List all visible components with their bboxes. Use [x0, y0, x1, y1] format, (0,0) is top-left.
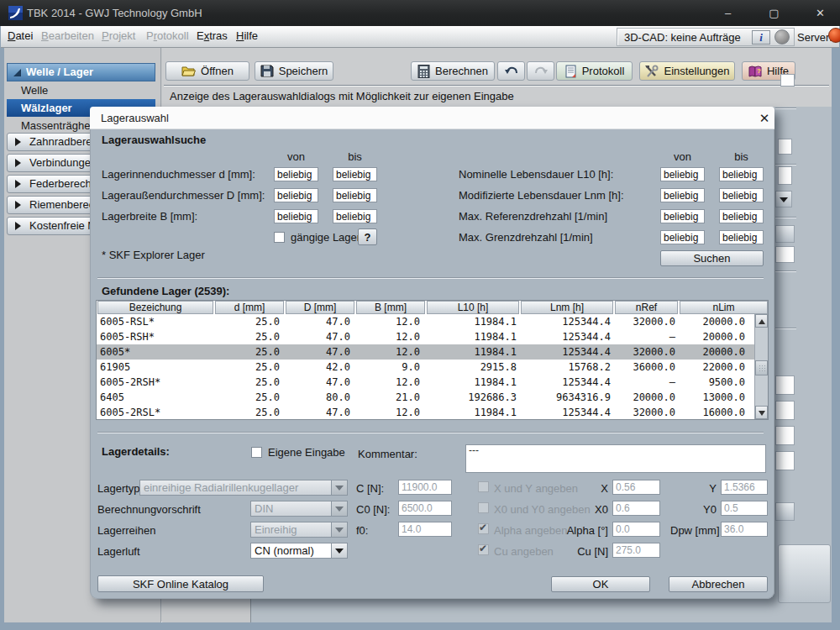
table-scrollbar[interactable]	[754, 314, 768, 419]
menu-hilfe[interactable]: Hilfe	[236, 29, 258, 42]
open-folder-icon	[181, 65, 196, 77]
bis-input[interactable]	[719, 209, 764, 223]
undo-icon	[504, 66, 519, 77]
menu-bearbeiten: Bearbeiten	[41, 29, 94, 42]
search-row-label: Modifizierte Lebensdauer Lnm [h]:	[459, 189, 624, 202]
scrollbar-thumb[interactable]	[755, 360, 768, 375]
bis-input[interactable]	[333, 188, 377, 202]
reihen-label: Lagerreihen	[97, 524, 155, 537]
table-row[interactable]: 61905 25.0 42.0 9.0 2915.8 15768.2 36000…	[97, 360, 754, 375]
search-row-label: Lageraußendurchmesser D [mm]:	[102, 189, 265, 202]
lagerauswahl-dialog: Lagerauswahl ✕ Lagerauswahlsuche von bis…	[90, 107, 774, 599]
dialog-close-icon[interactable]: ✕	[756, 109, 773, 128]
von-input[interactable]	[660, 188, 705, 202]
c-label: C [N]:	[356, 482, 384, 495]
scroll-up-button[interactable]	[755, 314, 768, 328]
search-row-label: Max. Referenzdrehzahl [1/min]	[459, 210, 607, 223]
luft-dropdown[interactable]: CN (normal)	[250, 543, 348, 559]
vorschrift-dropdown: DIN	[250, 501, 348, 517]
collapsed-triangle-icon	[15, 201, 21, 209]
dropdown-arrow-icon	[331, 480, 347, 495]
redo-button[interactable]	[527, 61, 554, 81]
von-input[interactable]	[660, 230, 705, 244]
sidebar-item-welle[interactable]: Welle	[7, 81, 155, 99]
von-input[interactable]	[274, 209, 318, 223]
minimize-button[interactable]: –	[709, 0, 747, 26]
dialog-body: Lagerauswahlsuche von bis von bis Lageri…	[90, 129, 774, 599]
bg-divider-fragment	[775, 164, 796, 165]
alpha-checkbox-label: Alpha angeben	[494, 524, 567, 537]
c0-input	[398, 501, 452, 516]
column-header[interactable]: B [mm]	[356, 301, 425, 314]
cad-status-indicator	[774, 29, 790, 45]
cu-checkbox: ✔	[478, 544, 489, 555]
comment-textarea[interactable]: ---	[465, 444, 766, 473]
close-button[interactable]: ✕	[801, 0, 839, 26]
bis-input[interactable]	[719, 188, 764, 202]
sidebar-header-welle-lager[interactable]: Welle / Lager	[7, 63, 155, 81]
table-row[interactable]: 6005-2RSH* 25.0 47.0 12.0 11984.1 125344…	[97, 375, 754, 390]
help-question-button[interactable]: ?	[358, 228, 377, 245]
column-header[interactable]: d [mm]	[215, 301, 284, 314]
table-row[interactable]: 6005* 25.0 47.0 12.0 11984.1 125344.4 32…	[97, 344, 754, 360]
bis-input[interactable]	[719, 167, 764, 181]
protocol-document-icon	[564, 65, 577, 78]
menu-datei[interactable]: Datei	[8, 29, 33, 42]
table-row[interactable]: 6005-RSL* 25.0 47.0 12.0 11984.1 125344.…	[97, 314, 754, 329]
protocol-button[interactable]: Protokoll	[556, 61, 633, 81]
von-input[interactable]	[274, 167, 318, 181]
save-button[interactable]: Speichern	[255, 61, 333, 81]
xy-checkbox	[478, 481, 489, 492]
own-input-label: Eigene Eingabe	[268, 446, 345, 459]
von-input[interactable]	[660, 209, 705, 223]
bg-button-fragment	[775, 502, 795, 521]
table-row[interactable]: 6005-RSH* 25.0 47.0 12.0 11984.1 125344.…	[97, 329, 754, 344]
bg-field-fragment	[778, 139, 792, 155]
bis-input[interactable]	[333, 167, 377, 181]
c0-label: C0 [N]:	[356, 503, 390, 516]
menu-extras[interactable]: Extras	[197, 29, 228, 42]
skf-catalog-button[interactable]: SKF Online Katalog	[97, 575, 264, 592]
scroll-down-button[interactable]	[755, 406, 768, 419]
cad-status-box: 3D-CAD: keine Aufträge i	[617, 28, 795, 46]
maximize-button[interactable]: ▢	[755, 0, 793, 26]
open-button[interactable]: Öffnen	[165, 61, 249, 81]
table-row[interactable]: 6405 25.0 80.0 21.0 192686.3 9634316.9 2…	[97, 390, 754, 405]
undo-button[interactable]	[497, 61, 525, 81]
luft-label: Lagerluft	[97, 545, 140, 558]
own-input-checkbox[interactable]	[251, 447, 262, 458]
y-input	[721, 480, 768, 495]
lagertyp-label: Lagertyp	[97, 482, 140, 495]
save-floppy-icon	[260, 65, 274, 77]
app-icon	[8, 6, 23, 20]
table-row[interactable]: 6005-2RSL* 25.0 47.0 12.0 11984.1 125344…	[97, 405, 754, 420]
search-button[interactable]: Suchen	[660, 250, 764, 266]
alpha-label: Alpha [°]	[561, 524, 608, 537]
y-label: Y	[683, 482, 717, 495]
column-header[interactable]: Bezeichung	[97, 301, 213, 314]
x0-label: X0	[582, 503, 608, 516]
bg-button-fragment	[775, 225, 795, 243]
bg-divider-fragment	[775, 108, 796, 108]
column-header[interactable]: L10 [h]	[427, 301, 519, 314]
y0-label: Y0	[683, 503, 717, 516]
von-input[interactable]	[274, 188, 318, 202]
info-button[interactable]: i	[752, 30, 770, 45]
ok-button[interactable]: OK	[551, 576, 650, 592]
column-header[interactable]: nLim	[680, 301, 768, 314]
von-input[interactable]	[660, 167, 705, 181]
column-header[interactable]: D [mm]	[286, 301, 354, 314]
common-bearings-checkbox[interactable]	[274, 232, 285, 243]
calculate-button[interactable]: Berechnen	[411, 61, 495, 81]
x-input	[612, 480, 660, 495]
bg-divider-fragment	[775, 217, 796, 218]
column-header[interactable]: nRef	[615, 301, 678, 314]
cancel-button[interactable]: Abbrechen	[669, 576, 768, 592]
column-header[interactable]: Lnm [h]	[521, 301, 613, 314]
settings-button[interactable]: Einstellungen	[639, 61, 735, 81]
bis-input[interactable]	[333, 209, 377, 223]
bis-input[interactable]	[719, 230, 764, 244]
bg-field-fragment	[778, 166, 792, 185]
dialog-title-bar[interactable]: Lagerauswahl ✕	[90, 107, 774, 129]
search-section-heading: Lagerauswahlsuche	[102, 134, 206, 146]
